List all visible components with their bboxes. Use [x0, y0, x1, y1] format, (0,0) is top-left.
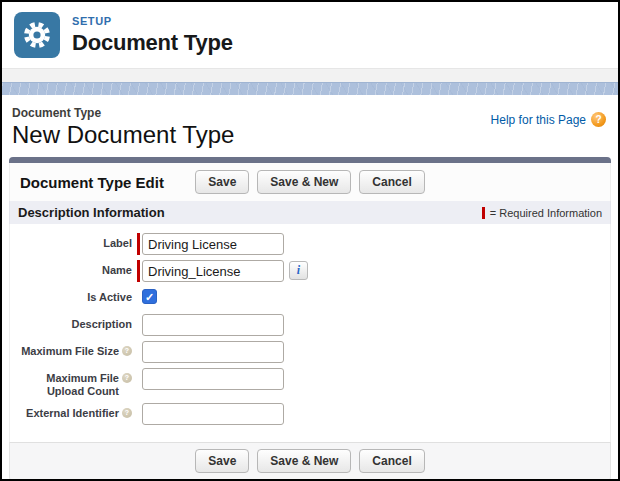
bottom-button-strip: SaveSave & NewCancel: [9, 442, 611, 481]
header-divider-strip: [2, 68, 618, 82]
field-cell-external-identifier: [137, 403, 284, 425]
required-note-text: = Required Information: [490, 207, 602, 219]
field-label-text: Description: [71, 318, 132, 331]
section-title: Description Information: [18, 205, 165, 220]
help-question-icon[interactable]: ?: [591, 112, 606, 127]
field-cell-is-active: ✓: [137, 287, 157, 309]
maximum-file-upload-count-input[interactable]: [142, 368, 284, 390]
name-input[interactable]: [142, 260, 284, 282]
gear-icon: [22, 20, 52, 50]
cancel-button-bottom[interactable]: Cancel: [359, 449, 424, 473]
description-input[interactable]: [142, 314, 284, 336]
field-label-label: Label: [10, 233, 132, 255]
panel-head: Document Type Edit SaveSave & NewCancel: [9, 163, 611, 201]
header-texture-band: [2, 82, 618, 95]
field-label-maximum-file-upload-count: Maximum File Upload Count?: [10, 368, 132, 398]
external-identifier-help-icon[interactable]: ?: [122, 408, 132, 418]
field-cell-maximum-file-upload-count: [137, 368, 284, 398]
required-bar-legend-icon: [482, 207, 485, 219]
description-information-section-bar: Description Information = Required Infor…: [9, 201, 611, 224]
field-label-maximum-file-size: Maximum File Size?: [10, 341, 132, 363]
form-body: LabelNameiIs Active✓DescriptionMaximum F…: [9, 224, 611, 442]
required-information-note: = Required Information: [482, 207, 602, 219]
panel-title: Document Type Edit: [20, 174, 164, 191]
field-label-text: Label: [103, 237, 132, 250]
field-cell-maximum-file-size: [137, 341, 284, 363]
form-row-description: Description: [10, 314, 610, 336]
help-for-this-page-link[interactable]: Help for this Page: [491, 113, 586, 127]
save-and-new-button[interactable]: Save & New: [257, 170, 351, 194]
cancel-button[interactable]: Cancel: [359, 170, 424, 194]
setup-title: Document Type: [72, 30, 233, 56]
maximum-file-size-help-icon[interactable]: ?: [122, 346, 132, 356]
setup-header: SETUP Document Type: [2, 2, 618, 68]
field-cell-description: [137, 314, 284, 336]
required-bar: [137, 233, 140, 255]
field-label-description: Description: [10, 314, 132, 336]
field-label-is-active: Is Active: [10, 287, 132, 309]
field-label-name: Name: [10, 260, 132, 282]
maximum-file-upload-count-help-icon[interactable]: ?: [122, 373, 132, 383]
setup-header-text: SETUP Document Type: [72, 15, 233, 56]
field-label-text: Maximum File Upload Count: [46, 372, 119, 398]
external-identifier-input[interactable]: [142, 403, 284, 425]
form-row-maximum-file-upload-count: Maximum File Upload Count?: [10, 368, 610, 398]
field-label-text: Is Active: [87, 291, 132, 304]
form-row-is-active: Is Active✓: [10, 287, 610, 309]
breadcrumb: Document Type: [12, 106, 234, 120]
field-label-external-identifier: External Identifier?: [10, 403, 132, 425]
label-input[interactable]: [142, 233, 284, 255]
form-row-maximum-file-size: Maximum File Size?: [10, 341, 610, 363]
page-title: New Document Type: [12, 121, 234, 149]
field-label-text: Maximum File Size: [21, 345, 119, 358]
save-button[interactable]: Save: [195, 170, 249, 194]
is-active-checkbox[interactable]: ✓: [142, 289, 157, 304]
form-row-name: Namei: [10, 260, 610, 282]
name-info-icon[interactable]: i: [289, 261, 308, 280]
field-cell-label: [137, 233, 284, 255]
field-label-text: External Identifier: [26, 407, 119, 420]
save-and-new-button-bottom[interactable]: Save & New: [257, 449, 351, 473]
document-type-edit-panel: Document Type Edit SaveSave & NewCancel …: [9, 157, 611, 481]
form-row-external-identifier: External Identifier?: [10, 403, 610, 425]
screenshot-frame: SETUP Document Type Document Type New Do…: [0, 0, 620, 481]
form-row-label: Label: [10, 233, 610, 255]
field-cell-name: i: [137, 260, 308, 282]
page-head: Document Type New Document Type Help for…: [2, 95, 618, 155]
bottom-button-bar: SaveSave & NewCancel: [10, 449, 610, 473]
save-button-bottom[interactable]: Save: [195, 449, 249, 473]
required-bar: [137, 260, 140, 282]
setup-eyebrow: SETUP: [72, 15, 233, 27]
field-label-text: Name: [102, 264, 132, 277]
setup-gear-tile: [14, 12, 60, 58]
maximum-file-size-input[interactable]: [142, 341, 284, 363]
page-head-titles: Document Type New Document Type: [12, 106, 234, 149]
help-wrap: Help for this Page ?: [491, 112, 606, 127]
